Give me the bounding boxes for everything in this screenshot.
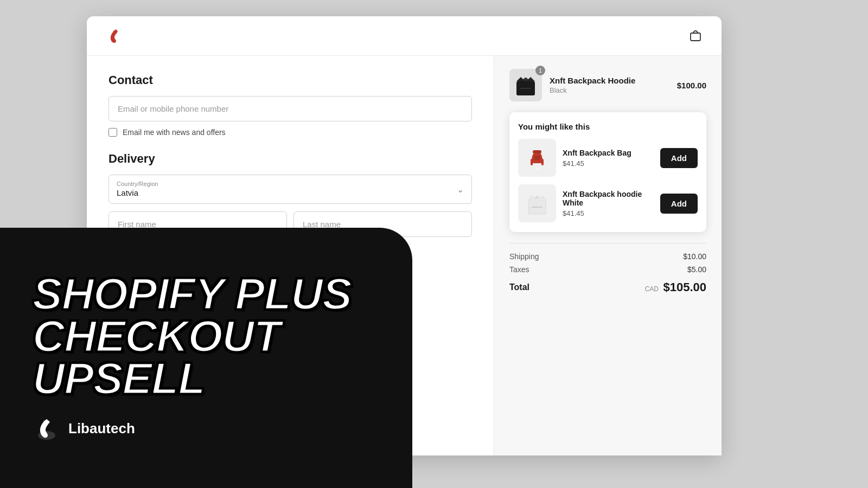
- banner-heading-line1: SHOPIFY PLUSCHECKOUTUPSELL: [33, 273, 380, 400]
- grand-total-currency: CAD: [645, 285, 659, 293]
- brand-logo: [104, 26, 124, 46]
- svg-rect-0: [691, 33, 700, 41]
- svg-text:Xnft: Xnft: [534, 167, 540, 170]
- order-summary: 1 Xnft Backpack Hoodie Black $100.00 You…: [494, 56, 722, 455]
- grand-total-label: Total: [509, 282, 529, 292]
- country-select[interactable]: Country/Region Latvia ⌄: [108, 175, 472, 204]
- delivery-title: Delivery: [108, 152, 472, 166]
- svg-rect-12: [532, 207, 542, 208]
- delivery-section: Delivery Country/Region Latvia ⌄: [108, 152, 472, 237]
- banner-brand: Libautech: [33, 415, 380, 443]
- chevron-down-icon: ⌄: [457, 184, 464, 195]
- upsell-item-2-image: [518, 184, 556, 222]
- upsell-add-button-1[interactable]: Add: [660, 148, 698, 168]
- country-label: Country/Region: [117, 181, 464, 187]
- country-value: Latvia: [117, 188, 138, 197]
- svg-point-2: [524, 78, 527, 81]
- contact-title: Contact: [108, 73, 472, 87]
- newsletter-label[interactable]: Email me with news and offers: [123, 128, 226, 137]
- item-price: $100.00: [677, 81, 706, 90]
- grand-total-display: CAD $105.00: [645, 280, 706, 294]
- totals-section: Shipping $10.00 Taxes $5.00 Total CAD $1…: [509, 243, 706, 294]
- upsell-item-2: Xnft Backpack hoodie White $41.45 Add: [518, 184, 698, 222]
- upsell-item-2-info: Xnft Backpack hoodie White $41.45: [563, 190, 654, 217]
- email-input[interactable]: [108, 96, 472, 121]
- svg-rect-3: [520, 88, 531, 89]
- upsell-item-2-name: Xnft Backpack hoodie White: [563, 190, 654, 207]
- taxes-row: Taxes $5.00: [509, 265, 706, 274]
- shipping-label: Shipping: [509, 252, 539, 261]
- item-image-wrapper: 1: [509, 69, 542, 101]
- upsell-item-1: Xnft Xnft Backpack Bag $41.45 Add: [518, 139, 698, 177]
- overlay-banner: SHOPIFY PLUSCHECKOUTUPSELL Libautech: [0, 228, 412, 488]
- checkout-header: [87, 16, 722, 56]
- taxes-value: $5.00: [687, 265, 706, 274]
- item-quantity-badge: 1: [535, 66, 545, 75]
- svg-rect-5: [533, 150, 541, 153]
- shipping-value: $10.00: [683, 252, 706, 261]
- grand-total-value: $105.00: [663, 280, 706, 294]
- svg-rect-8: [541, 159, 544, 165]
- upsell-section: You might like this Xnft: [509, 112, 706, 232]
- upsell-item-1-image: Xnft: [518, 139, 556, 177]
- grand-total-row: Total CAD $105.00: [509, 280, 706, 294]
- svg-rect-7: [531, 159, 533, 165]
- shipping-row: Shipping $10.00: [509, 252, 706, 261]
- upsell-item-1-name: Xnft Backpack Bag: [563, 149, 654, 157]
- item-info: Xnft Backpack Hoodie Black: [550, 76, 669, 94]
- newsletter-row: Email me with news and offers: [108, 128, 472, 137]
- upsell-add-button-2[interactable]: Add: [660, 194, 698, 214]
- item-name: Xnft Backpack Hoodie: [550, 76, 669, 85]
- newsletter-checkbox[interactable]: [108, 128, 117, 137]
- upsell-item-2-price: $41.45: [563, 209, 654, 217]
- upsell-item-1-price: $41.45: [563, 159, 654, 168]
- brand-name: Libautech: [68, 420, 135, 437]
- cart-button[interactable]: [687, 27, 704, 44]
- svg-rect-6: [534, 156, 540, 160]
- upsell-item-1-info: Xnft Backpack Bag $41.45: [563, 149, 654, 168]
- taxes-label: Taxes: [509, 265, 529, 274]
- order-item: 1 Xnft Backpack Hoodie Black $100.00: [509, 69, 706, 101]
- upsell-title: You might like this: [518, 122, 698, 131]
- svg-point-11: [535, 196, 539, 199]
- item-variant: Black: [550, 86, 669, 94]
